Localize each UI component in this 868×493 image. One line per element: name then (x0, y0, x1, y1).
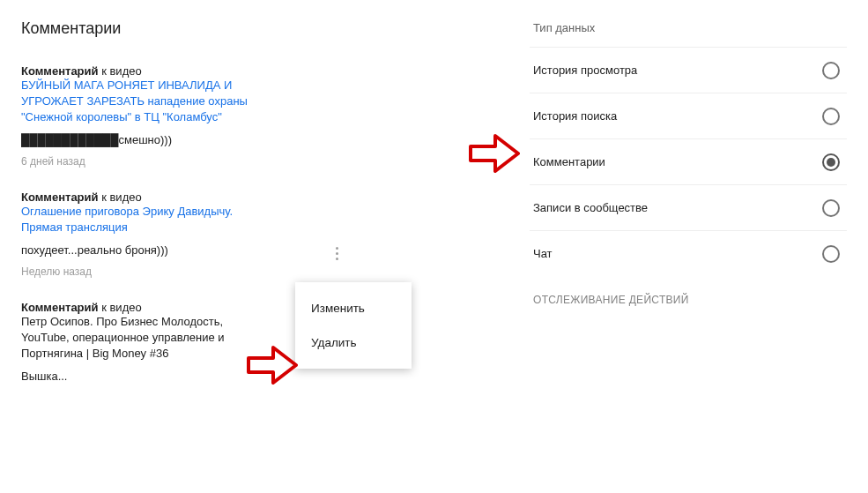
filter-option-search-history[interactable]: История поиска (530, 93, 847, 138)
radio-icon (822, 199, 840, 217)
kebab-menu-button[interactable] (326, 243, 347, 264)
comment-timestamp: 6 дней назад (21, 155, 268, 168)
comment-body: ████████████смешно))) (21, 132, 268, 148)
annotation-arrow-icon (469, 134, 520, 173)
comment-timestamp: Неделю назад (21, 265, 268, 278)
comment-prefix: Комментарий к видео (21, 64, 142, 78)
comment-prefix: Комментарий к видео (21, 301, 142, 314)
delete-menu-item[interactable]: Удалить (295, 325, 412, 360)
more-vert-icon (336, 247, 338, 260)
section-header: Тип данных (530, 21, 847, 34)
comment-body: похудеет...реально броня))) (21, 243, 268, 258)
comment-item: Комментарий к видео БУЙНЫЙ МАГА РОНЯЕТ И… (21, 64, 268, 168)
filter-option-comments[interactable]: Комментарии (530, 138, 847, 184)
edit-menu-item[interactable]: Изменить (295, 291, 412, 325)
radio-icon (822, 108, 840, 125)
comment-item: Комментарий к видео Оглашение приговора … (21, 190, 268, 278)
radio-icon (822, 62, 840, 79)
page-title: Комментарии (21, 19, 516, 38)
comment-item: Комментарий к видео Петр Осипов. Про Биз… (21, 301, 268, 385)
context-menu: Изменить Удалить (295, 282, 412, 369)
comment-body: Вышка... (21, 369, 268, 385)
radio-icon (822, 245, 840, 263)
radio-icon (822, 153, 840, 171)
video-link[interactable]: Петр Осипов. Про Бизнес Молодость, YouTu… (21, 315, 225, 360)
tracking-subheader: ОТСЛЕЖИВАНИЕ ДЕЙСТВИЙ (530, 294, 847, 306)
filter-option-community[interactable]: Записи в сообществе (530, 184, 847, 230)
comment-prefix: Комментарий к видео (21, 190, 142, 204)
annotation-arrow-icon (247, 346, 298, 385)
comments-pane: Комментарии Комментарий к видео БУЙНЫЙ М… (0, 0, 516, 493)
filter-option-chat[interactable]: Чат (530, 230, 847, 276)
filter-option-watch-history[interactable]: История просмотра (530, 47, 847, 93)
video-link[interactable]: Оглашение приговора Эрику Давидычу. Прям… (21, 205, 233, 234)
video-link[interactable]: БУЙНЫЙ МАГА РОНЯЕТ ИНВАЛИДА И УГРОЖАЕТ З… (21, 78, 248, 123)
filter-pane: Тип данных История просмотра История пои… (516, 0, 868, 493)
